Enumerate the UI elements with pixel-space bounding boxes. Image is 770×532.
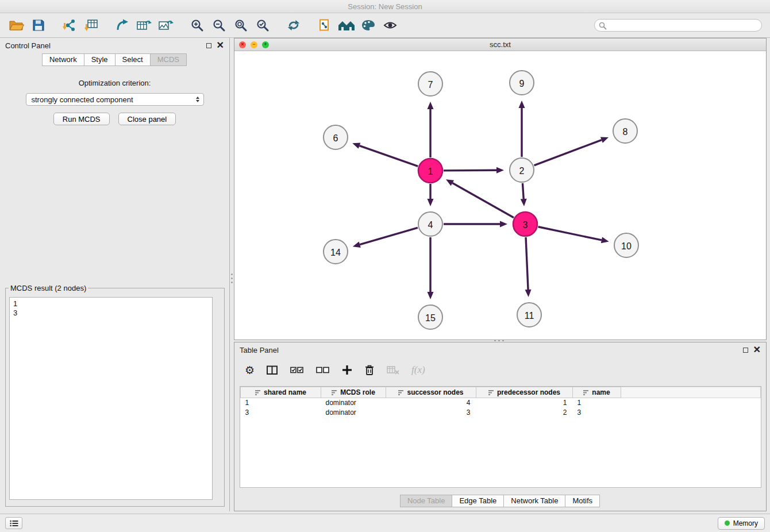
zoom-window-icon[interactable]: +	[262, 41, 269, 48]
table-cell[interactable]: 3	[241, 408, 321, 418]
search-box[interactable]	[594, 19, 762, 32]
delete-column-button[interactable]	[364, 364, 375, 376]
table-cell[interactable]: 1	[573, 398, 621, 408]
mcds-result-line: 1	[13, 299, 209, 309]
tab-motifs[interactable]: Motifs	[565, 495, 600, 507]
optimization-select-value: strongly connected component	[32, 95, 133, 104]
delete-table-button-disabled	[387, 365, 399, 375]
graph-node-14[interactable]: 14	[324, 240, 348, 264]
new-network-button[interactable]	[111, 15, 133, 36]
graph-node-4[interactable]: 4	[418, 212, 442, 236]
minimize-window-icon[interactable]: −	[251, 41, 257, 48]
toggle-details-button[interactable]	[379, 15, 401, 36]
mcds-result-text[interactable]: 13	[9, 297, 213, 500]
graph-node-7[interactable]: 7	[418, 72, 442, 96]
mcds-result-title: MCDS result (2 nodes)	[9, 284, 88, 292]
graph-edge-3-1[interactable]	[452, 183, 514, 218]
close-panel-icon[interactable]: ✕	[217, 41, 224, 50]
save-session-button[interactable]	[28, 15, 49, 36]
network-window-titlebar[interactable]: scc.txt × − +	[234, 38, 766, 51]
tab-style[interactable]: Style	[84, 53, 116, 66]
table-settings-button[interactable]: ⚙	[245, 365, 255, 376]
tab-edge-table[interactable]: Edge Table	[452, 495, 504, 507]
graph-node-label: 3	[523, 220, 528, 230]
graph-node-9[interactable]: 9	[510, 71, 534, 95]
table-row[interactable]: 1dominator411	[241, 398, 761, 408]
graph-edge-3-11[interactable]	[526, 237, 528, 290]
zoom-fit-icon	[234, 18, 248, 32]
graph-edge-arrowhead	[428, 102, 434, 109]
import-network-file-button[interactable]	[59, 15, 80, 36]
apply-layout-button[interactable]	[283, 15, 305, 36]
zoom-out-button[interactable]	[208, 15, 230, 36]
table-cell[interactable]: 3	[573, 408, 621, 418]
close-panel-icon[interactable]: ✕	[753, 345, 761, 354]
graph-edge-2-8[interactable]	[534, 140, 602, 165]
tab-mcds[interactable]: MCDS	[150, 53, 187, 66]
graph-edge-4-14[interactable]	[360, 228, 418, 244]
graph-node-3[interactable]: 3	[513, 212, 537, 236]
run-mcds-button[interactable]: Run MCDS	[53, 113, 110, 125]
table-cell-filler	[621, 408, 761, 418]
export-table-button[interactable]	[133, 15, 155, 36]
table-cell[interactable]: 1	[476, 398, 573, 408]
graph-node-1[interactable]: 1	[418, 159, 442, 183]
network-overview-button[interactable]	[336, 15, 357, 36]
search-input[interactable]	[609, 21, 752, 29]
graph-node-8[interactable]: 8	[613, 119, 637, 143]
import-table-file-button[interactable]	[80, 15, 102, 36]
table-cell[interactable]: dominator	[321, 408, 386, 418]
graph-node-11[interactable]: 11	[517, 303, 541, 327]
network-canvas[interactable]: 7968124314101511	[234, 51, 766, 340]
import-network-icon	[62, 18, 77, 32]
close-panel-button[interactable]: Close panel	[118, 113, 176, 125]
network-graph[interactable]: 7968124314101511	[234, 51, 766, 340]
column-header-shared-name[interactable]: shared name	[241, 387, 321, 398]
zoom-in-button[interactable]	[186, 15, 208, 36]
zoom-selected-button[interactable]	[252, 15, 274, 36]
tab-node-table[interactable]: Node Table	[400, 495, 453, 507]
graph-node-6[interactable]: 6	[324, 125, 348, 149]
main-toolbar	[0, 13, 770, 38]
table-row[interactable]: 3dominator323	[241, 408, 761, 418]
table-cell[interactable]: 3	[386, 408, 476, 418]
export-image-button[interactable]	[155, 15, 177, 36]
column-header-mcds-role[interactable]: MCDS role	[321, 387, 386, 398]
tab-select[interactable]: Select	[115, 53, 151, 66]
tab-network-table[interactable]: Network Table	[503, 495, 565, 507]
splitter-handle[interactable]	[230, 268, 233, 288]
optimization-select[interactable]: strongly connected component	[26, 93, 204, 106]
add-column-button[interactable]	[342, 365, 352, 375]
unselect-all-columns-button[interactable]	[316, 365, 330, 375]
tab-network[interactable]: Network	[42, 53, 84, 66]
table-cell[interactable]: 2	[476, 408, 573, 418]
graph-edge-2-3[interactable]	[522, 183, 523, 199]
graph-edge-1-6[interactable]	[360, 146, 418, 167]
close-window-icon[interactable]: ×	[239, 41, 246, 48]
graph-edge-1-2[interactable]	[444, 170, 496, 171]
column-header-predecessor-nodes[interactable]: predecessor nodes	[476, 387, 573, 398]
graph-node-label: 6	[333, 133, 338, 143]
open-session-button[interactable]	[6, 15, 28, 36]
select-all-columns-button[interactable]	[290, 365, 304, 375]
style-button[interactable]	[357, 15, 379, 36]
control-panel-title: Control Panel	[5, 41, 51, 50]
graph-node-15[interactable]: 15	[418, 305, 442, 329]
float-panel-icon[interactable]	[743, 348, 748, 353]
memory-button[interactable]: Memory	[718, 517, 765, 530]
column-header-successor-nodes[interactable]: successor nodes	[386, 387, 476, 398]
graph-node-10[interactable]: 10	[614, 233, 638, 257]
zoom-fit-button[interactable]	[230, 15, 252, 36]
eye-icon	[383, 19, 397, 32]
first-neighbors-button[interactable]	[314, 15, 336, 36]
table-cell[interactable]: dominator	[321, 398, 386, 408]
show-panels-button[interactable]	[5, 517, 22, 529]
column-header-name[interactable]: name	[573, 387, 621, 398]
show-columns-button[interactable]	[267, 365, 278, 375]
graph-edge-3-10[interactable]	[538, 227, 602, 240]
float-panel-icon[interactable]	[206, 43, 211, 48]
table-cell[interactable]: 4	[386, 398, 476, 408]
graph-node-2[interactable]: 2	[510, 158, 534, 182]
table-cell[interactable]: 1	[241, 398, 321, 408]
window-titlebar[interactable]: Session: New Session	[0, 0, 770, 13]
